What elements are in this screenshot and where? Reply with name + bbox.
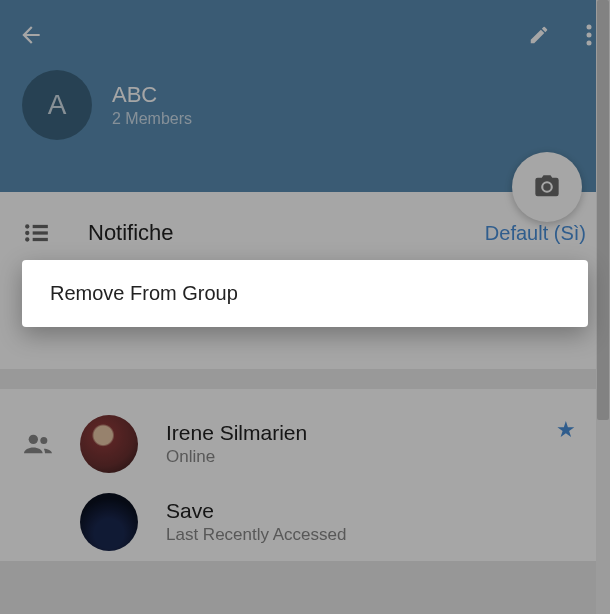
context-menu: Remove From Group: [22, 260, 588, 327]
remove-from-group-option[interactable]: Remove From Group: [50, 282, 560, 305]
